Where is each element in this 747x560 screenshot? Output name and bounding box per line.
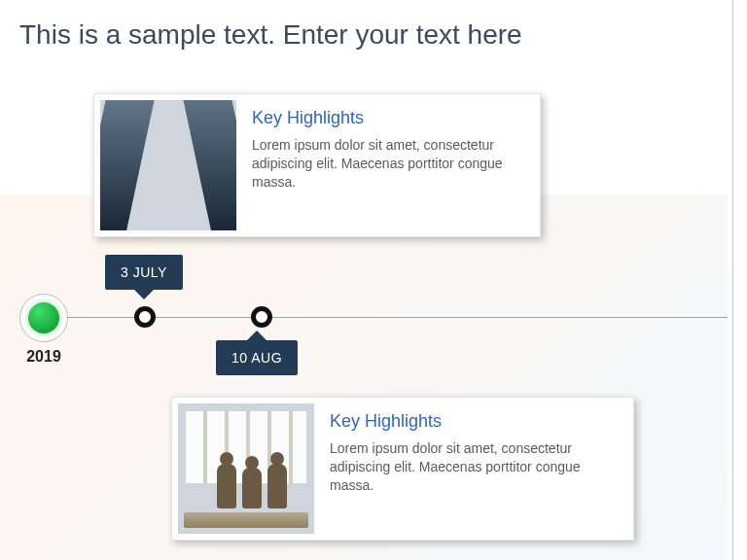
highlight-card-1: Key Highlights Lorem ipsum dolor sit ame… — [93, 93, 541, 237]
card-1-title[interactable]: Key Highlights — [252, 108, 520, 128]
thumb-meeting-table — [184, 512, 309, 528]
right-divider — [732, 0, 733, 560]
card-1-body: Key Highlights Lorem ipsum dolor sit ame… — [236, 100, 534, 230]
timeline-node-1 — [134, 306, 156, 328]
card-2-body: Key Highlights Lorem ipsum dolor sit ame… — [314, 403, 627, 534]
timeline-axis — [27, 317, 728, 318]
card-1-description[interactable]: Lorem ipsum dolor sit amet, consectetur … — [252, 136, 520, 192]
card-2-thumbnail — [178, 403, 314, 534]
card-2-description[interactable]: Lorem ipsum dolor sit amet, consectetur … — [330, 439, 614, 495]
timeline-date-tag-1: 3 JULY — [105, 255, 183, 290]
thumb-meeting-figure — [217, 464, 236, 508]
timeline-start-dot-icon — [28, 302, 59, 333]
card-1-thumbnail — [100, 100, 236, 230]
thumb-meeting-figure — [267, 464, 287, 508]
thumb-meeting-figure — [242, 468, 262, 508]
timeline-date-tag-2: 10 AUG — [216, 340, 298, 375]
timeline-start-marker — [19, 294, 68, 342]
timeline-date-label-1: 3 JULY — [121, 264, 167, 280]
timeline-date-label-2: 10 AUG — [231, 350, 282, 366]
timeline-start-year: 2019 — [19, 348, 68, 366]
page-title[interactable]: This is a sample text. Enter your text h… — [19, 19, 522, 51]
highlight-card-2: Key Highlights Lorem ipsum dolor sit ame… — [171, 397, 634, 541]
card-2-title[interactable]: Key Highlights — [330, 411, 614, 432]
timeline-node-2 — [251, 306, 272, 328]
